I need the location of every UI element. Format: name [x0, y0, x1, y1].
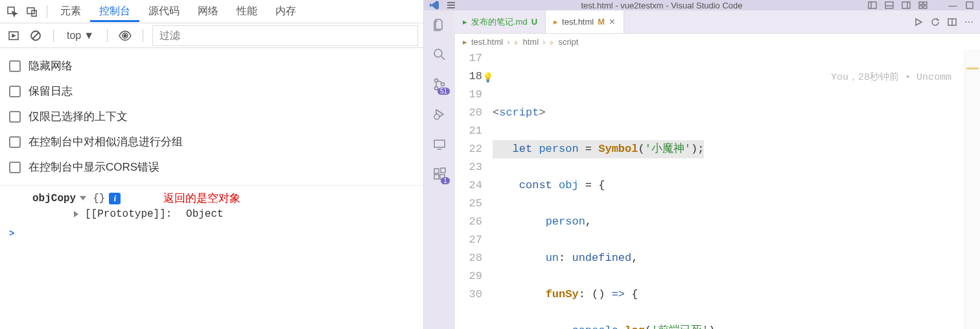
- checkbox-icon: [9, 136, 21, 148]
- scm-badge: 51: [438, 88, 450, 95]
- checkbox-icon: [9, 162, 21, 173]
- svg-line-22: [441, 56, 445, 60]
- minimize-icon[interactable]: —: [948, 0, 958, 10]
- breadcrumb-script[interactable]: script: [558, 37, 578, 47]
- svg-rect-27: [434, 140, 445, 147]
- breadcrumb-file[interactable]: test.html: [471, 37, 503, 47]
- tab-notes[interactable]: ▸ 发布的笔记.md U: [455, 10, 546, 33]
- annotation-text: 返回的是空对象: [163, 191, 240, 206]
- run-icon[interactable]: [914, 18, 923, 27]
- svg-rect-30: [434, 175, 439, 179]
- code-editor[interactable]: 1718192021222324252627282930 💡 You，28秒钟前…: [455, 49, 980, 329]
- prototype-value: Object: [186, 208, 224, 220]
- clear-console-icon[interactable]: [27, 27, 44, 44]
- split-icon[interactable]: [948, 18, 957, 27]
- layout-right-icon[interactable]: [901, 0, 911, 10]
- svg-rect-20: [966, 2, 973, 8]
- source-control-icon[interactable]: 51: [430, 75, 449, 93]
- tag-icon: ⬨: [549, 37, 554, 47]
- console-output: objCopy {} i 返回的是空对象 [[Prototype]]: Obje…: [0, 186, 423, 225]
- more-icon[interactable]: ⋯: [964, 17, 974, 27]
- codelens-text: You，28秒钟前 • Uncomm: [831, 69, 951, 87]
- svg-rect-29: [434, 169, 439, 173]
- prototype-label: [[Prototype]]:: [85, 208, 172, 220]
- layout-left-icon[interactable]: [867, 0, 878, 10]
- svg-point-26: [434, 114, 439, 119]
- checkbox-icon: [9, 60, 21, 72]
- svg-point-6: [124, 34, 127, 37]
- svg-rect-10: [869, 2, 876, 8]
- close-icon[interactable]: ✕: [609, 17, 616, 27]
- refresh-icon[interactable]: [931, 18, 940, 27]
- device-toggle-icon[interactable]: [23, 3, 40, 20]
- search-icon[interactable]: [430, 45, 449, 64]
- debug-icon[interactable]: [430, 105, 449, 123]
- svg-point-21: [434, 49, 442, 57]
- tab-performance[interactable]: 性能: [228, 1, 266, 22]
- svg-point-25: [441, 83, 445, 86]
- svg-line-5: [32, 32, 39, 39]
- inspect-element-icon[interactable]: [4, 3, 21, 20]
- svg-rect-32: [441, 168, 445, 173]
- breadcrumb-html[interactable]: html: [522, 37, 539, 47]
- ext-badge: 1: [441, 177, 450, 184]
- live-expression-icon[interactable]: [117, 27, 134, 44]
- explorer-icon[interactable]: [430, 16, 449, 34]
- tab-console[interactable]: 控制台: [90, 1, 139, 22]
- file-icon: ▸: [463, 17, 467, 27]
- tab-label: 发布的笔记.md: [471, 16, 528, 28]
- lightbulb-icon[interactable]: 💡: [482, 69, 493, 87]
- console-prompt[interactable]: >: [0, 225, 423, 241]
- expand-down-icon[interactable]: [80, 196, 86, 201]
- chevron-right-icon: ›: [542, 37, 545, 47]
- checkbox-icon: [9, 111, 21, 123]
- setting-group-similar[interactable]: 在控制台中对相似消息进行分组: [9, 129, 414, 154]
- toggle-sidebar-icon[interactable]: [5, 27, 22, 44]
- menu-icon[interactable]: [446, 0, 456, 10]
- setting-selected-context[interactable]: 仅限已选择的上下文: [9, 104, 414, 129]
- empty-object: {}: [93, 193, 105, 204]
- maximize-icon[interactable]: [964, 0, 975, 10]
- setting-hide-network[interactable]: 隐藏网络: [9, 53, 414, 79]
- object-name: objCopy: [32, 193, 76, 204]
- vscode-logo-icon: [429, 0, 439, 10]
- setting-cors-errors[interactable]: 在控制台中显示CORS错误: [9, 154, 414, 180]
- tab-elements[interactable]: 元素: [51, 1, 90, 22]
- svg-rect-19: [924, 6, 927, 8]
- svg-point-23: [435, 79, 438, 82]
- expand-right-icon[interactable]: [74, 211, 78, 217]
- svg-rect-14: [902, 2, 910, 8]
- layout-bottom-icon[interactable]: [884, 0, 894, 10]
- git-status: U: [531, 17, 537, 27]
- file-icon: ▸: [554, 17, 558, 27]
- layout-custom-icon[interactable]: [918, 0, 928, 10]
- checkbox-icon: [9, 86, 21, 97]
- minimap[interactable]: [964, 49, 980, 329]
- svg-rect-12: [885, 2, 893, 8]
- remote-icon[interactable]: [430, 135, 449, 153]
- context-label: top: [67, 30, 81, 42]
- file-icon: ▸: [463, 37, 467, 47]
- setting-preserve-log[interactable]: 保留日志: [9, 79, 414, 104]
- chevron-down-icon: ▼: [84, 30, 94, 42]
- tab-label: test.html: [562, 17, 594, 27]
- window-title: test.html - vue2testxm - Visual Studio C…: [456, 1, 867, 10]
- line-gutter: 1718192021222324252627282930: [455, 49, 490, 329]
- svg-rect-17: [924, 2, 927, 5]
- chevron-right-icon: ›: [507, 37, 509, 47]
- tab-network[interactable]: 网络: [189, 1, 228, 22]
- context-selector[interactable]: top ▼: [63, 29, 98, 43]
- tab-test-html[interactable]: ▸ test.html M ✕: [546, 10, 624, 33]
- tag-icon: ⬨: [513, 37, 519, 47]
- tab-memory[interactable]: 内存: [266, 1, 305, 22]
- svg-rect-18: [919, 6, 922, 8]
- tab-sources[interactable]: 源代码: [139, 1, 189, 22]
- filter-input[interactable]: [152, 25, 418, 46]
- extensions-icon[interactable]: 1: [430, 165, 449, 183]
- svg-rect-16: [919, 2, 922, 5]
- git-status: M: [598, 17, 605, 27]
- info-icon[interactable]: i: [109, 193, 121, 204]
